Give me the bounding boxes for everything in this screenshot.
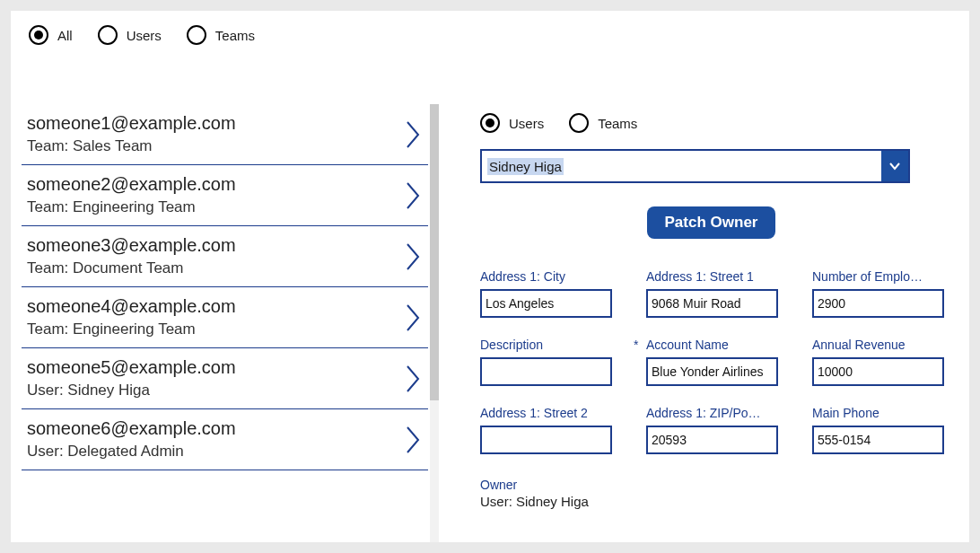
owner-radio-users[interactable]: Users [480, 113, 544, 133]
field-description: Description [480, 338, 610, 386]
chevron-down-icon [888, 160, 901, 172]
chevron-right-icon [405, 364, 423, 394]
radio-label: Teams [598, 116, 637, 131]
detail-pane: Users Teams Sidney Higa [437, 104, 969, 542]
owner-combobox-text[interactable]: Sidney Higa [482, 151, 881, 181]
radio-icon [98, 25, 118, 45]
record-list: someone1@example.comTeam: Sales Teamsome… [11, 104, 437, 542]
patch-owner-button[interactable]: Patch Owner [647, 206, 776, 239]
owner-readonly: Owner User: Sidney Higa [480, 478, 942, 509]
field-phone: Main Phone 555-0154 [812, 406, 942, 454]
field-label: Number of Emplo… [812, 269, 938, 284]
chevron-right-icon [405, 119, 423, 150]
list-item[interactable]: someone2@example.comTeam: Engineering Te… [22, 165, 428, 226]
chevron-right-icon [405, 425, 423, 455]
scrollbar-thumb[interactable] [430, 104, 439, 400]
owner-radio-teams[interactable]: Teams [569, 113, 637, 133]
field-street2: Address 1: Street 2 [480, 406, 610, 454]
field-input[interactable]: Los Angeles [480, 289, 612, 318]
field-label: Address 1: Street 2 [480, 406, 606, 420]
filter-radio-all[interactable]: All [29, 25, 73, 45]
field-label: Address 1: ZIP/Po… [646, 406, 772, 420]
list-item[interactable]: someone1@example.comTeam: Sales Team [22, 104, 428, 165]
chevron-right-icon [405, 180, 423, 211]
app-panel: All Users Teams someone1@example.comTeam… [11, 11, 969, 542]
field-zip: Address 1: ZIP/Po… 20593 [646, 406, 776, 454]
list-item-secondary: User: Sidney Higa [27, 382, 392, 399]
owner-combobox-dropdown-button[interactable] [881, 151, 908, 181]
owner-value: User: Sidney Higa [480, 494, 942, 509]
list-item-secondary: Team: Document Team [27, 259, 392, 277]
field-input[interactable]: 2900 [812, 289, 944, 318]
field-label: Description [480, 338, 606, 352]
radio-icon [29, 25, 48, 45]
chevron-right-icon [405, 303, 423, 333]
list-item[interactable]: someone5@example.comUser: Sidney Higa [22, 348, 428, 409]
radio-label: All [57, 28, 73, 43]
list-item-primary: someone4@example.com [27, 296, 392, 317]
field-label: Main Phone [812, 406, 938, 420]
radio-icon [480, 113, 500, 133]
list-item-primary: someone6@example.com [27, 418, 392, 439]
owner-label: Owner [480, 478, 942, 492]
field-input[interactable] [480, 357, 612, 386]
detail-field-grid: Address 1: City Los Angeles Address 1: S… [480, 269, 942, 454]
radio-icon [187, 25, 206, 45]
top-filter-radios: All Users Teams [11, 11, 969, 45]
owner-type-radios: Users Teams [480, 113, 942, 133]
radio-label: Users [127, 28, 162, 43]
field-account: * Account Name Blue Yonder Airlines [646, 338, 776, 386]
field-input[interactable]: 20593 [646, 426, 778, 454]
filter-radio-teams[interactable]: Teams [187, 25, 255, 45]
list-item-primary: someone3@example.com [27, 235, 392, 256]
list-item-secondary: User: Delegated Admin [27, 443, 392, 461]
field-input[interactable]: 555-0154 [812, 426, 944, 454]
field-label: Address 1: City [480, 269, 606, 284]
owner-combobox[interactable]: Sidney Higa [480, 149, 910, 183]
field-employees: Number of Emplo… 2900 [812, 269, 942, 318]
field-revenue: Annual Revenue 10000 [812, 338, 942, 386]
field-label: Annual Revenue [812, 338, 938, 352]
field-input[interactable]: Blue Yonder Airlines [646, 357, 778, 386]
field-input[interactable]: 10000 [812, 357, 944, 386]
radio-label: Users [509, 116, 544, 131]
list-item-secondary: Team: Engineering Team [27, 198, 392, 216]
list-item-primary: someone5@example.com [27, 357, 392, 378]
field-street1: Address 1: Street 1 9068 Muir Road [646, 269, 776, 318]
field-city: Address 1: City Los Angeles [480, 269, 610, 318]
list-item[interactable]: someone6@example.comUser: Delegated Admi… [22, 409, 428, 470]
chevron-right-icon [405, 241, 423, 272]
filter-radio-users[interactable]: Users [98, 25, 162, 45]
list-item[interactable]: someone3@example.comTeam: Document Team [22, 226, 428, 287]
list-item-secondary: Team: Engineering Team [27, 320, 392, 338]
radio-icon [569, 113, 589, 133]
list-item-secondary: Team: Sales Team [27, 137, 392, 155]
list-item-primary: someone2@example.com [27, 174, 392, 195]
field-input[interactable]: 9068 Muir Road [646, 289, 778, 318]
required-asterisk-icon: * [634, 338, 638, 352]
scrollbar-track[interactable] [430, 104, 439, 542]
radio-label: Teams [215, 28, 255, 43]
field-label: Account Name [646, 338, 772, 352]
list-item[interactable]: someone4@example.comTeam: Engineering Te… [22, 287, 428, 348]
list-item-primary: someone1@example.com [27, 113, 392, 134]
field-label: Address 1: Street 1 [646, 269, 772, 284]
field-input[interactable] [480, 426, 612, 454]
